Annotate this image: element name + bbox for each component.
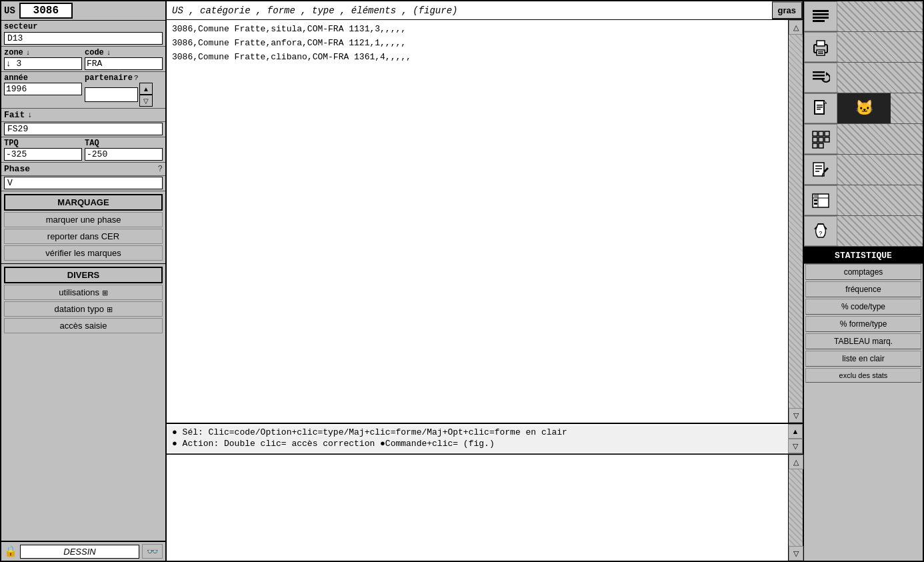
icon-row-3 (804, 63, 923, 93)
annee-label: année (4, 73, 82, 83)
lower-area: △ ▽ (167, 454, 803, 561)
status-bar-row: ● Sél: Clic=code/Option+clic=type/Maj+cl… (167, 423, 803, 454)
print-icon-btn[interactable] (804, 32, 837, 62)
us-row: US 3086 (1, 1, 165, 21)
us-value-field[interactable]: 3086 (19, 3, 73, 19)
exclu-stats-btn[interactable]: exclu des stats (805, 368, 921, 383)
partenaire-down-btn[interactable]: ▽ (139, 95, 153, 107)
lock-icon: 🔒 (4, 545, 17, 558)
hatch-area-8 (837, 216, 923, 246)
phase-question: ? (158, 165, 163, 174)
scroll-up-btn[interactable]: △ (789, 20, 803, 35)
lower-main-area (167, 455, 788, 561)
refresh-list-icon-btn[interactable] (804, 63, 837, 93)
scroll-down-btn[interactable]: ▽ (789, 408, 803, 423)
tableau-marq-btn[interactable]: TABLEAU marq. (805, 333, 921, 349)
list-icon-btn[interactable] (804, 1, 837, 31)
zone-code-row: zone ↓ ↓ 3 code ↓ FRA (1, 47, 165, 72)
annee-field[interactable]: 1996 (4, 83, 82, 95)
fait-row: Fait ↓ (1, 109, 165, 122)
marquage-section: MARQUAGE marquer une phase reporter dans… (1, 191, 165, 264)
icon-panel: 🐱 (804, 1, 923, 248)
icon-row-6 (804, 155, 923, 185)
acces-saisie-btn[interactable]: accès saisie (4, 318, 163, 333)
fait-down-arrow: ↓ (27, 111, 32, 120)
datation-typo-icon: ⊞ (107, 305, 113, 313)
report-icon-btn[interactable] (804, 185, 837, 215)
partenaire-field[interactable] (85, 87, 138, 102)
marquer-phase-btn[interactable]: marquer une phase (4, 212, 163, 227)
icon-row-2 (804, 32, 923, 63)
hatch-area-4: 🐱 (837, 93, 923, 123)
datation-typo-btn[interactable]: datation typo ⊞ (4, 301, 163, 317)
reporter-cer-btn[interactable]: reporter dans CER (4, 229, 163, 244)
annee-partenaire-row: année 1996 partenaire ? ▲ ▽ (1, 72, 165, 109)
tpq-block: TPQ -325 (4, 139, 82, 161)
svg-rect-16 (817, 107, 823, 108)
svg-rect-35 (814, 195, 817, 197)
liste-clair-btn[interactable]: liste en clair (805, 351, 921, 367)
zone-down-arrow: ↓ (26, 49, 31, 57)
svg-rect-2 (813, 17, 829, 19)
svg-rect-0 (813, 10, 829, 12)
gras-btn[interactable]: gras (772, 1, 803, 19)
partenaire-arrows: ▲ ▽ (139, 83, 153, 107)
data-line-3: 3086,Comune Fratte,clibano,COM-FRA 1361,… (172, 51, 783, 65)
utilisations-icon: ⊞ (102, 289, 108, 297)
utilisations-btn[interactable]: utilisations ⊞ (4, 285, 163, 300)
tpq-field[interactable]: -325 (4, 148, 82, 161)
svg-rect-6 (817, 50, 825, 55)
forme-type-btn[interactable]: % forme/type (805, 316, 921, 332)
secteur-field[interactable]: D13 (4, 32, 163, 45)
verifier-marques-btn[interactable]: vérifier les marques (4, 245, 163, 261)
icon-row-7 (804, 185, 923, 216)
svg-rect-24 (813, 143, 817, 148)
glasses-btn[interactable]: 👓 (142, 544, 163, 559)
hatch-area-6 (837, 155, 923, 185)
svg-rect-25 (819, 143, 823, 148)
data-line-1: 3086,Comune Fratte,situla,COM-FRA 1131,3… (172, 23, 783, 37)
data-area: 3086,Comune Fratte,situla,COM-FRA 1131,3… (167, 20, 788, 423)
document-icon-btn[interactable] (804, 93, 837, 123)
status-scroll-up[interactable]: ▲ (788, 424, 803, 439)
marquage-title-btn[interactable]: MARQUAGE (4, 194, 163, 211)
lower-scroll-track (789, 469, 803, 546)
status-bar: ● Sél: Clic=code/Option+clic=type/Maj+cl… (167, 425, 788, 452)
edit-icon-btn[interactable] (804, 155, 837, 185)
lower-scroll-down[interactable]: ▽ (789, 546, 803, 561)
zone-label: zone (4, 48, 23, 57)
svg-rect-21 (813, 137, 817, 142)
content-header: US , catégorie , forme , type , éléments… (167, 1, 803, 20)
status-scroll-down[interactable]: ▽ (788, 439, 803, 453)
svg-rect-10 (813, 75, 825, 77)
dessin-btn[interactable]: DESSIN (20, 545, 139, 559)
comptages-btn[interactable]: comptages (805, 264, 921, 280)
svg-rect-22 (819, 137, 823, 142)
partenaire-up-btn[interactable]: ▲ (139, 83, 153, 95)
vase-icon-btn[interactable]: ? (804, 216, 837, 246)
lower-scroll-up[interactable]: △ (789, 455, 803, 469)
stat-panel: STATISTIQUE comptages fréquence % code/t… (804, 248, 923, 561)
svg-rect-1 (813, 13, 829, 15)
svg-marker-14 (824, 101, 827, 103)
zone-field[interactable]: ↓ 3 (4, 57, 82, 70)
code-label: code (85, 48, 104, 57)
partenaire-block: partenaire ? ▲ ▽ (85, 73, 163, 107)
taq-field[interactable]: -250 (85, 148, 163, 161)
divers-title-btn[interactable]: DIVERS (4, 267, 163, 283)
status-line-2: ● Action: Double clic= accès correction … (172, 439, 783, 449)
code-block: code ↓ FRA (85, 48, 163, 70)
grid-icon-btn[interactable] (804, 124, 837, 154)
svg-rect-5 (817, 41, 825, 46)
svg-rect-19 (819, 131, 823, 136)
hatch-area-5 (837, 124, 923, 154)
frequence-btn[interactable]: fréquence (805, 281, 921, 297)
code-type-btn[interactable]: % code/type (805, 299, 921, 315)
code-field[interactable]: FRA (85, 57, 163, 70)
taq-block: TAQ -250 (85, 139, 163, 161)
svg-text:?: ? (819, 231, 822, 237)
fait-field[interactable]: FS29 (4, 123, 163, 135)
tpq-label: TPQ (4, 139, 82, 148)
phase-field[interactable]: V (4, 177, 163, 189)
icon-row-8: ? (804, 216, 923, 247)
